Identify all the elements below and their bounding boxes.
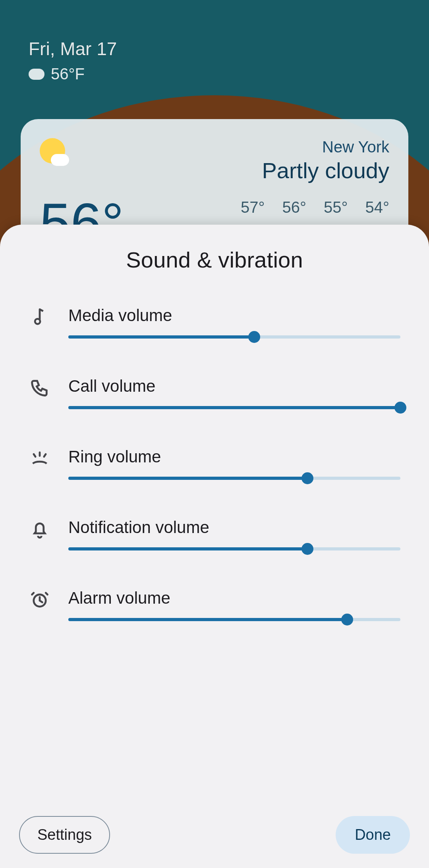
svg-point-0 — [35, 319, 40, 324]
forecast-1: 56° — [282, 198, 307, 216]
alarm-icon — [29, 589, 51, 611]
media-volume-slider[interactable] — [68, 335, 400, 339]
slider-label: Call volume — [68, 377, 400, 396]
ring-volume-row: Ring volume — [29, 447, 400, 480]
slider-list: Media volume Call volume — [0, 306, 429, 621]
sheet-title: Sound & vibration — [0, 247, 429, 273]
music-note-icon — [29, 306, 51, 328]
cloud-icon — [29, 69, 44, 80]
weather-forecast: 57° 56° 55° 54° — [241, 198, 389, 216]
ring-volume-slider[interactable] — [68, 477, 400, 480]
weather-condition: Partly cloudy — [262, 158, 389, 183]
alarm-volume-row: Alarm volume — [29, 589, 400, 621]
partly-cloudy-icon — [40, 138, 65, 164]
forecast-3: 54° — [365, 198, 390, 216]
home-temp: 56°F — [51, 65, 85, 83]
slider-label: Notification volume — [68, 518, 400, 537]
ring-icon — [29, 447, 51, 470]
slider-label: Media volume — [68, 306, 400, 325]
media-volume-row: Media volume — [29, 306, 400, 339]
phone-icon — [29, 377, 51, 399]
sound-vibration-sheet: Sound & vibration Media volume Call volu… — [0, 225, 429, 868]
forecast-0: 57° — [241, 198, 265, 216]
alarm-volume-slider[interactable] — [68, 618, 400, 621]
settings-button[interactable]: Settings — [19, 816, 110, 854]
call-volume-row: Call volume — [29, 377, 400, 409]
done-button[interactable]: Done — [336, 816, 410, 854]
home-weather-inline: 56°F — [29, 65, 85, 83]
notification-volume-slider[interactable] — [68, 547, 400, 550]
home-date: Fri, Mar 17 — [29, 38, 117, 60]
weather-city: New York — [262, 138, 389, 156]
forecast-2: 55° — [324, 198, 348, 216]
slider-label: Alarm volume — [68, 589, 400, 608]
bell-icon — [29, 518, 51, 540]
notification-volume-row: Notification volume — [29, 518, 400, 550]
call-volume-slider[interactable] — [68, 406, 400, 409]
slider-label: Ring volume — [68, 447, 400, 466]
